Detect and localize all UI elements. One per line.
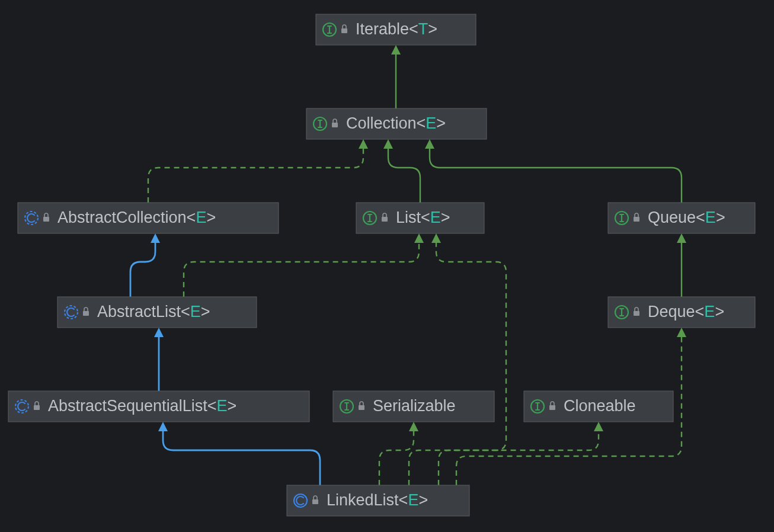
- node-cloneable[interactable]: Cloneable: [524, 391, 673, 422]
- svg-text:Serializable: Serializable: [373, 397, 456, 415]
- node-abstract-sequential-list[interactable]: AbstractSequentialList<E>: [8, 391, 309, 422]
- class-hierarchy-diagram: Iterable<T> Collection<E> AbstractCollec…: [0, 0, 774, 532]
- node-linked-list[interactable]: LinkedList<E>: [287, 485, 469, 516]
- node-serializable[interactable]: Serializable: [333, 391, 494, 422]
- node-abstract-collection[interactable]: AbstractCollection<E>: [18, 203, 279, 233]
- svg-text:Collection<E>: Collection<E>: [346, 114, 446, 132]
- svg-text:Iterable<T>: Iterable<T>: [356, 20, 437, 38]
- svg-text:AbstractSequentialList<E>: AbstractSequentialList<E>: [48, 397, 236, 415]
- node-iterable[interactable]: Iterable<T>: [316, 14, 476, 45]
- node-list[interactable]: List<E>: [356, 203, 484, 233]
- node-deque[interactable]: Deque<E>: [608, 297, 755, 328]
- svg-text:Deque<E>: Deque<E>: [648, 303, 724, 321]
- svg-text:List<E>: List<E>: [396, 209, 450, 226]
- svg-text:LinkedList<E>: LinkedList<E>: [327, 491, 428, 509]
- svg-text:AbstractCollection<E>: AbstractCollection<E>: [57, 209, 216, 226]
- nodes: Iterable<T> Collection<E> AbstractCollec…: [8, 14, 755, 516]
- node-collection[interactable]: Collection<E>: [306, 108, 487, 139]
- svg-text:Queue<E>: Queue<E>: [648, 209, 725, 226]
- node-queue[interactable]: Queue<E>: [608, 203, 755, 233]
- node-abstract-list[interactable]: AbstractList<E>: [57, 297, 257, 328]
- svg-text:Cloneable: Cloneable: [564, 397, 636, 415]
- svg-text:AbstractList<E>: AbstractList<E>: [97, 303, 210, 321]
